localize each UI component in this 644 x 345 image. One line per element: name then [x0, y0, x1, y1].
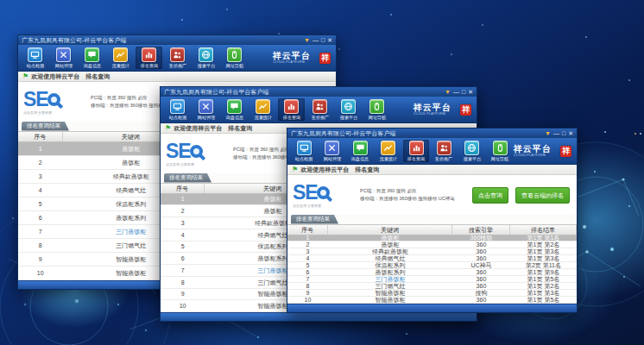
engine-list-pc: PC端：百度 360 搜狗 必应 — [360, 187, 455, 195]
table-row[interactable]: 6蒸饭柜系列360第1页 第9名 — [287, 269, 577, 276]
toolbar-item-inquiry-info[interactable]: 询盘信息 — [79, 47, 105, 69]
brand-text: 祥云平台 CLOUD PLATFORM — [414, 104, 458, 116]
cell-keyword: 蒸饭柜 — [328, 235, 452, 242]
toolbar-item-label: 站点检测 — [295, 156, 313, 160]
table-row[interactable]: 5保温柜系列UC神马第2页 第11名 — [287, 262, 577, 269]
table-row[interactable]: 9智能蒸饭柜搜狗第1页 第3名 — [287, 290, 577, 297]
toolbar-item-inquiry-info[interactable]: 询盘信息 — [347, 140, 373, 162]
cell-no: 3 — [161, 217, 205, 229]
toolbar: 站点检测网站管理询盘信息流量统计排名查询竞价推广搜索平台网址导航 祥云平台 CL… — [161, 97, 477, 123]
toolbar-item-site-nav[interactable]: 网址导航 — [363, 98, 390, 121]
view-cloud-rank-button[interactable]: 查看云端的排名 — [515, 187, 570, 204]
users-icon — [313, 99, 327, 114]
toolbar-item-site-manage[interactable]: 网站管理 — [193, 98, 219, 121]
brand-logo: 祥云平台 CLOUD PLATFORM 祥 — [273, 52, 332, 65]
welcome-section-label: 排名查询 — [85, 73, 110, 79]
window-controls: ▼ — □ ✕ — [545, 130, 573, 136]
toolbar-item-search-platform[interactable]: 搜索平台 — [335, 98, 362, 121]
window-titlebar[interactable]: 广东九凰厨具有限公司-祥云平台客户端 ▼ — □ ✕ — [18, 35, 336, 45]
close-icon[interactable]: ✕ — [468, 89, 473, 95]
cell-no: 5 — [18, 198, 63, 210]
toolbar-item-bid-promo[interactable]: 竞价推广 — [164, 47, 191, 69]
toolbar-item-site-check[interactable]: 站点检测 — [291, 140, 317, 162]
toolbar-item-traffic-stats[interactable]: 流量统计 — [107, 47, 134, 69]
toolbar-item-site-check[interactable]: 站点检测 — [164, 98, 191, 121]
cell-no: 10 — [18, 267, 63, 279]
cell-keyword: 三门燃气灶 — [328, 283, 452, 289]
toolbar-item-rank-query[interactable]: 排名查询 — [278, 98, 305, 121]
line-chart-icon — [256, 99, 270, 114]
maximize-icon[interactable]: □ — [462, 89, 465, 95]
toolbar-item-traffic-stats[interactable]: 流量统计 — [249, 98, 276, 121]
close-icon[interactable]: ✕ — [568, 130, 573, 136]
window-titlebar[interactable]: 广东九凰厨具有限公司-祥云平台客户端 ▼ — □ ✕ — [161, 87, 477, 97]
skin-icon[interactable]: ▼ — [445, 89, 451, 95]
toolbar-item-bid-promo[interactable]: 竞价推广 — [431, 140, 457, 162]
welcome-text: 欢迎使用祥云平台 — [300, 166, 349, 172]
toolbar-item-rank-query[interactable]: 排名查询 — [136, 47, 162, 69]
cell-no: 1 — [287, 235, 328, 242]
table-row[interactable]: 1蒸饭柜360移动第1页 第1名 — [287, 235, 577, 242]
toolbar-item-site-check[interactable]: 站点检测 — [22, 47, 48, 69]
cell-engine: UC神马 — [452, 262, 510, 268]
seo-logo: SE 点击查询 全面掌握 — [23, 90, 87, 115]
table-row[interactable]: 3经典款蒸饭柜360第1页 第3名 — [287, 248, 577, 255]
toolbar-item-label: 排名查询 — [407, 156, 425, 160]
toolbar-item-label: 网址导航 — [225, 63, 243, 67]
toolbar-item-site-nav[interactable]: 网址导航 — [221, 47, 248, 69]
rank-table-body: 1蒸饭柜360移动第1页 第1名2蒸饭柜360第1页 第2名3经典款蒸饭柜360… — [287, 235, 577, 304]
cell-engine: 360 — [452, 276, 510, 282]
monitor-icon — [297, 141, 312, 155]
toolbar-item-site-manage[interactable]: 网站管理 — [319, 140, 344, 162]
table-header: 序号 关键词 搜索引擎 排名结果 — [287, 225, 577, 235]
minimize-icon[interactable]: — — [553, 130, 559, 136]
toolbar-item-label: 网站管理 — [323, 156, 340, 160]
query-button[interactable]: 点击查询 — [472, 187, 508, 204]
brand-text: 祥云平台 CLOUD PLATFORM — [514, 145, 558, 158]
welcome-section-label: 排名查询 — [355, 166, 379, 172]
window-title: 广东九凰厨具有限公司-祥云平台客户端 — [164, 89, 441, 95]
tab-rank-results[interactable]: 排名查询结果 — [291, 215, 338, 224]
brand-stamp-icon: 祥 — [560, 146, 571, 157]
maximize-icon[interactable]: □ — [562, 130, 565, 136]
window-titlebar[interactable]: 广东九凰厨具有限公司-祥云平台客户端 ▼ — □ ✕ — [287, 129, 577, 138]
toolbar-item-traffic-stats[interactable]: 流量统计 — [375, 140, 401, 162]
cell-no: 5 — [161, 242, 205, 253]
app-window-front[interactable]: 广东九凰厨具有限公司-祥云平台客户端 ▼ — □ ✕ 站点检测网站管理询盘信息流… — [287, 128, 578, 313]
skin-icon[interactable]: ▼ — [545, 130, 551, 136]
cell-no: 9 — [161, 289, 205, 300]
toolbar-item-search-platform[interactable]: 搜索平台 — [193, 47, 219, 69]
table-row[interactable]: 2蒸饭柜360第1页 第2名 — [287, 242, 577, 248]
welcome-section-label: 排名查询 — [228, 125, 252, 131]
users-icon — [170, 47, 185, 62]
tab-rank-results[interactable]: 排名查询结果 — [164, 173, 212, 183]
brand-name: 祥云平台 — [514, 145, 552, 154]
table-row[interactable]: 7三门蒸饭柜360第1页 第5名 — [287, 276, 577, 283]
minimize-icon[interactable]: — — [453, 89, 459, 95]
toolbar-item-site-nav[interactable]: 网址导航 — [487, 140, 513, 162]
bar-chart-icon — [409, 141, 424, 155]
brand-text: 祥云平台 CLOUD PLATFORM — [273, 52, 317, 65]
engine-list-mobile: 移动端：百度移动 360移动 搜狗移动 UC神马 — [360, 195, 455, 203]
minimize-icon[interactable]: — — [313, 37, 319, 43]
tab-rank-results[interactable]: 排名查询结果 — [22, 122, 69, 131]
toolbar-item-inquiry-info[interactable]: 询盘信息 — [221, 98, 248, 121]
cell-rank: 第1页 第3名 — [510, 248, 577, 254]
maximize-icon[interactable]: □ — [321, 37, 325, 43]
toolbar-item-bid-promo[interactable]: 竞价推广 — [306, 98, 333, 121]
brand-stamp-icon: 祥 — [460, 104, 471, 116]
toolbar-item-search-platform[interactable]: 搜索平台 — [459, 140, 485, 162]
cell-engine: 360 — [452, 248, 510, 254]
table-row[interactable]: 8三门燃气灶360第1页 第2名 — [287, 283, 577, 290]
table-row[interactable]: 10智能蒸饭柜360第1页 第5名 — [287, 297, 577, 304]
cell-no: 8 — [18, 239, 63, 252]
status-bar — [161, 312, 477, 321]
cell-rank: 第1页 第9名 — [510, 269, 577, 275]
table-row[interactable]: 4经典燃气灶360第1页 第3名 — [287, 255, 577, 262]
magnifier-icon — [47, 93, 60, 106]
toolbar-item-site-manage[interactable]: 网站管理 — [50, 47, 77, 69]
close-icon[interactable]: ✕ — [327, 37, 332, 43]
toolbar-item-rank-query[interactable]: 排名查询 — [403, 140, 429, 162]
skin-icon[interactable]: ▼ — [304, 37, 310, 43]
col-header-no: 序号 — [161, 184, 205, 193]
